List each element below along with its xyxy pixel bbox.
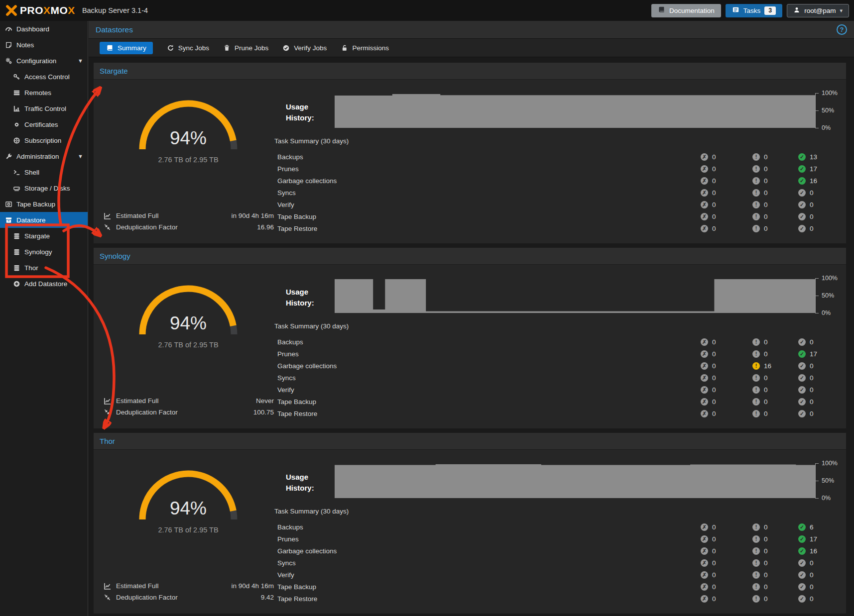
chevron-down-icon: ▾	[840, 7, 843, 14]
tape-icon	[4, 201, 13, 208]
tab-verify-jobs[interactable]: Verify Jobs	[282, 44, 327, 52]
sidebar-item-thor[interactable]: Thor	[0, 260, 88, 276]
sidebar-item-label: Subscription	[24, 137, 61, 144]
sidebar-item-shell[interactable]: Shell	[0, 164, 88, 180]
task-count: 0	[764, 410, 768, 417]
tab-sync-jobs[interactable]: Sync Jobs	[167, 44, 209, 52]
sidebar-item-certificates[interactable]: Certificates	[0, 116, 88, 132]
terminal-icon	[12, 169, 21, 176]
task-row-garbage-collections: Garbage collections✗0!0✓16	[94, 545, 846, 557]
sidebar-item-traffic-control[interactable]: Traffic Control	[0, 101, 88, 116]
error-circle-icon: ✗	[701, 189, 708, 197]
ok-circle-icon: ✓	[798, 362, 806, 370]
ok-count-cell: ✓17	[798, 535, 817, 543]
warning-circle-icon: !	[752, 523, 760, 531]
sidebar-item-remotes[interactable]: Remotes	[0, 85, 88, 101]
error-circle-icon: ✗	[701, 177, 708, 185]
proxmox-x-logo-icon	[5, 4, 18, 17]
axis-label: 50%	[822, 477, 834, 484]
task-count: 0	[764, 547, 768, 555]
chevron-down-icon[interactable]: ▼	[78, 58, 83, 64]
sidebar-item-dashboard[interactable]: Dashboard	[0, 21, 88, 37]
axis-tick	[816, 296, 819, 296]
datastore-title[interactable]: Synology	[100, 252, 130, 260]
task-count: 0	[764, 386, 768, 394]
warning-circle-icon: !	[752, 338, 760, 346]
warn-count-cell: !0	[752, 547, 768, 555]
tab-permissions[interactable]: Permissions	[341, 44, 389, 52]
certificate-icon	[12, 121, 21, 128]
datastore-section-body: 94% 2.76 TB of 2.95 TB UsageHistory: Tas…	[94, 450, 846, 614]
warn-count-cell: !0	[752, 338, 768, 346]
help-icon[interactable]: ?	[837, 24, 847, 35]
sidebar-item-notes[interactable]: Notes	[0, 37, 88, 53]
warning-circle-icon: !	[752, 547, 760, 555]
tab-label: Permissions	[352, 44, 389, 52]
tab-prune-jobs[interactable]: Prune Jobs	[223, 44, 268, 52]
sidebar-item-tape-backup[interactable]: Tape Backup	[0, 196, 88, 212]
dedup-row: Deduplication Factor 9.42	[104, 592, 274, 603]
estimated-full-label: Estimated Full	[116, 582, 159, 590]
sidebar-item-configuration[interactable]: Configuration▼	[0, 53, 88, 69]
sidebar-item-label: Notes	[16, 41, 34, 49]
sidebar-item-stargate[interactable]: Stargate	[0, 228, 88, 244]
error-circle-icon: ✗	[701, 583, 708, 591]
dedup-value: 9.42	[261, 594, 274, 601]
task-count: 0	[810, 583, 814, 591]
sidebar-item-synology[interactable]: Synology	[0, 244, 88, 260]
traffic-icon	[12, 105, 21, 112]
chart-line-icon	[104, 397, 113, 405]
documentation-button[interactable]: Documentation	[651, 4, 721, 17]
chart-line-icon	[104, 212, 113, 220]
task-count: 0	[712, 398, 716, 406]
chevron-down-icon[interactable]: ▼	[78, 153, 83, 159]
sidebar-item-label: Tape Backup	[16, 201, 55, 208]
sidebar-item-subscription[interactable]: Subscription	[0, 132, 88, 148]
ok-count-cell: ✓0	[798, 410, 814, 417]
refresh-icon	[167, 44, 174, 52]
axis-tick	[816, 498, 819, 499]
sidebar-item-administration[interactable]: Administration▼	[0, 148, 88, 164]
err-count-cell: ✗0	[701, 350, 716, 358]
proxmox-logo-text: PROXMOX	[20, 4, 75, 16]
warning-circle-icon: !	[752, 410, 760, 417]
axis-label: 50%	[822, 292, 834, 299]
warning-circle-icon: !	[752, 571, 760, 579]
task-row-verify: Verify✗0!0✓0	[94, 384, 846, 396]
tasks-count-badge: 3	[764, 6, 776, 15]
datastore-title[interactable]: Stargate	[100, 67, 128, 75]
sidebar-item-add-datastore[interactable]: Add Datastore	[0, 276, 88, 292]
task-count: 0	[764, 225, 768, 232]
usage-history-chart	[335, 278, 815, 313]
estimated-full-row: Estimated Full in 90d 4h 16m	[104, 210, 274, 221]
task-count: 16	[810, 177, 817, 185]
dedup-label: Deduplication Factor	[116, 223, 178, 231]
task-count: 0	[764, 189, 768, 197]
ok-circle-icon: ✓	[798, 386, 806, 394]
sidebar-item-label: Access Control	[24, 73, 70, 81]
ok-circle-icon: ✓	[798, 559, 806, 567]
estimated-full-label: Estimated Full	[116, 397, 159, 405]
datastore-title[interactable]: Thor	[100, 437, 115, 445]
warn-count-cell: !0	[752, 559, 768, 567]
warn-count-cell: !0	[752, 571, 768, 579]
tab-summary[interactable]: Summary	[100, 42, 153, 54]
user-icon	[793, 6, 800, 15]
sidebar-item-datastore[interactable]: Datastore	[0, 212, 88, 228]
task-row-garbage-collections: Garbage collections✗0!16✓0	[94, 360, 846, 372]
task-row-syncs: Syncs✗0!0✓0	[94, 187, 846, 199]
task-row-label: Verify	[277, 571, 294, 579]
ok-count-cell: ✓16	[798, 177, 817, 185]
error-circle-icon: ✗	[701, 386, 708, 394]
task-count: 0	[712, 410, 716, 417]
user-menu-button[interactable]: root@pam ▾	[787, 4, 849, 17]
task-row-label: Backups	[277, 338, 303, 346]
ok-circle-icon: ✓	[798, 398, 806, 406]
sidebar-item-storage-disks[interactable]: Storage / Disks	[0, 180, 88, 196]
sidebar-item-access-control[interactable]: Access Control	[0, 69, 88, 85]
ok-count-cell: ✓0	[798, 559, 814, 567]
check-icon	[282, 44, 290, 52]
warn-count-cell: !0	[752, 374, 768, 382]
task-count: 0	[810, 559, 814, 567]
tasks-button[interactable]: Tasks 3	[726, 4, 782, 17]
